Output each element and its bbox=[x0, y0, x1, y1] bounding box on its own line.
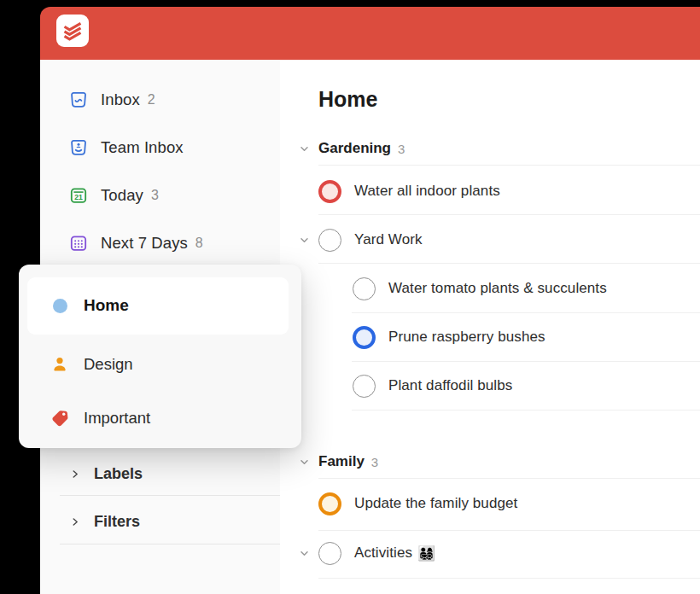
popup-item-label: Design bbox=[84, 355, 133, 374]
chevron-down-icon[interactable] bbox=[298, 234, 310, 246]
task-checkbox[interactable] bbox=[318, 180, 341, 203]
task-title: Water all indoor plants bbox=[354, 183, 500, 200]
task-checkbox[interactable] bbox=[318, 542, 341, 565]
chevron-down-icon[interactable] bbox=[298, 143, 310, 154]
task-checkbox[interactable] bbox=[353, 277, 376, 300]
subtask-row[interactable]: Plant daffodil bulbs bbox=[353, 374, 512, 398]
sidebar-item-count: 3 bbox=[151, 188, 159, 203]
divider bbox=[318, 578, 700, 579]
divider bbox=[60, 544, 280, 544]
divider bbox=[318, 214, 700, 215]
subtask-row[interactable]: Prune raspberry bushes bbox=[353, 325, 545, 349]
next-7-days-icon bbox=[68, 233, 89, 253]
sidebar-item-label: Inbox bbox=[101, 90, 140, 109]
popup-item-home[interactable]: Home bbox=[19, 291, 301, 320]
sidebar-item-inbox[interactable]: Inbox 2 bbox=[40, 85, 280, 114]
chevron-down-icon[interactable] bbox=[298, 547, 310, 559]
person-icon bbox=[50, 354, 70, 375]
sidebar-item-team-inbox[interactable]: Team Inbox bbox=[40, 133, 280, 162]
divider bbox=[318, 478, 700, 479]
task-row-parent[interactable]: Yard Work bbox=[298, 228, 423, 252]
task-checkbox[interactable] bbox=[353, 326, 376, 349]
section-name: Gardening bbox=[318, 140, 391, 157]
divider bbox=[318, 530, 700, 531]
section-count: 3 bbox=[398, 142, 405, 156]
tag-icon bbox=[50, 408, 70, 428]
chevron-right-icon bbox=[69, 515, 81, 527]
inbox-icon bbox=[68, 90, 89, 110]
chevron-right-icon bbox=[69, 468, 81, 480]
divider bbox=[352, 312, 700, 313]
sidebar-item-label: Next 7 Days bbox=[101, 234, 188, 253]
popup-item-design[interactable]: Design bbox=[19, 350, 301, 379]
task-title: Plant daffodil bulbs bbox=[388, 377, 512, 394]
main-content: Home Gardening 3 Water all indoor plants… bbox=[280, 60, 700, 594]
team-inbox-icon bbox=[68, 137, 89, 158]
popup-item-label: Important bbox=[84, 409, 150, 428]
family-emoji: 👨‍👩‍👧‍👦 bbox=[417, 544, 435, 562]
sidebar-item-label: Team Inbox bbox=[101, 138, 184, 157]
task-checkbox[interactable] bbox=[353, 375, 376, 398]
subtask-row[interactable]: Water tomato plants & succulents bbox=[353, 277, 607, 300]
task-title: Update the family budget bbox=[354, 495, 517, 512]
section-header-gardening[interactable]: Gardening 3 bbox=[298, 137, 405, 160]
page-title: Home bbox=[318, 87, 377, 112]
sidebar-section-label: Labels bbox=[94, 465, 143, 483]
divider bbox=[318, 263, 700, 264]
section-header-family[interactable]: Family 3 bbox=[298, 451, 378, 473]
task-row-parent[interactable]: Activities 👨‍👩‍👧‍👦 bbox=[298, 541, 435, 565]
popup-item-label: Home bbox=[84, 296, 129, 315]
task-title: Prune raspberry bushes bbox=[388, 329, 545, 346]
divider bbox=[352, 410, 700, 411]
task-row[interactable]: Update the family budget bbox=[318, 492, 517, 515]
sidebar-section-labels[interactable]: Labels bbox=[40, 460, 280, 487]
project-color-dot bbox=[50, 295, 70, 316]
task-title: Yard Work bbox=[354, 231, 423, 248]
divider bbox=[352, 361, 700, 362]
sidebar-item-count: 8 bbox=[195, 236, 203, 251]
app-header bbox=[40, 7, 700, 60]
task-title: Water tomato plants & succulents bbox=[388, 280, 607, 297]
section-count: 3 bbox=[371, 455, 378, 469]
divider bbox=[318, 165, 700, 166]
sidebar-section-label: Filters bbox=[94, 513, 140, 531]
sidebar-item-today[interactable]: 21 Today 3 bbox=[40, 181, 280, 210]
todoist-logo-icon bbox=[60, 18, 85, 44]
task-checkbox[interactable] bbox=[318, 492, 341, 515]
popup-item-important[interactable]: Important bbox=[19, 404, 301, 433]
sidebar-item-next-7-days[interactable]: Next 7 Days 8 bbox=[40, 229, 280, 258]
divider bbox=[60, 495, 280, 496]
svg-text:21: 21 bbox=[74, 193, 83, 201]
sidebar-section-filters[interactable]: Filters bbox=[40, 508, 280, 535]
app-window: Inbox 2 Team Inbox 21 bbox=[0, 0, 700, 594]
task-checkbox[interactable] bbox=[318, 229, 341, 252]
chevron-down-icon[interactable] bbox=[298, 456, 310, 468]
section-name: Family bbox=[318, 453, 365, 470]
todoist-logo[interactable] bbox=[56, 15, 89, 47]
today-calendar-icon: 21 bbox=[68, 185, 89, 206]
project-popup: Home Design Important bbox=[19, 265, 301, 448]
task-row[interactable]: Water all indoor plants bbox=[318, 179, 500, 203]
task-title: Activities bbox=[354, 544, 412, 562]
sidebar-item-label: Today bbox=[101, 186, 143, 205]
sidebar-item-count: 2 bbox=[148, 92, 155, 108]
